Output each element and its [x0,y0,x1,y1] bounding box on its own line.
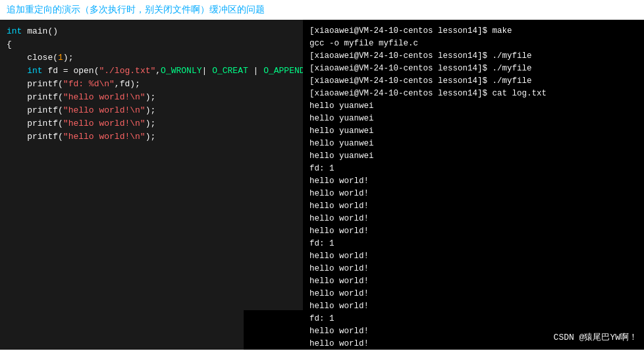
term-line-2: gcc -o myfile myfile.c [309,38,637,50]
term-line-24: fd: 1 [309,313,637,325]
code-panel: int main() { close(1); int fd = open("./… [0,20,303,350]
term-line-15: hello world! [309,200,637,213]
term-line-6: [xiaoawei@VM-24-10-centos lesson14]$ cat… [309,88,637,100]
code-line-6: printf("hello world!\n"); [7,91,296,104]
term-line-16: hello world! [309,213,637,225]
term-line-18: fd: 1 [309,238,637,250]
term-line-23: hello world! [309,300,637,313]
code-line-8: printf("hello world!\n"); [7,117,296,130]
code-line-9: printf("hello world!\n"); [7,130,296,144]
term-line-9: hello yuanwei [309,125,637,138]
code-line-5: printf("fd: %d\n",fd); [7,78,296,91]
term-line-4: [xiaoawei@VM-24-10-centos lesson14]$ ./m… [309,63,637,75]
term-line-21: hello world! [309,275,637,288]
header-title: 追加重定向的演示（多次执行时，别关闭文件啊）缓冲区的问题 [7,5,265,15]
code-line-7: printf("hello world!\n"); [7,104,296,117]
term-line-5: [xiaoawei@VM-24-10-centos lesson14]$ ./m… [309,75,637,88]
term-line-19: hello world! [309,250,637,263]
top-bar: 追加重定向的演示（多次执行时，别关闭文件啊）缓冲区的问题 [0,0,644,20]
term-line-7: hello yuanwei [309,100,637,113]
code-line-1: int main() [7,25,296,38]
terminal-panel: [xiaoawei@VM-24-10-centos lesson14]$ mak… [303,20,644,350]
watermark: CSDN @猿尾巴YW啊！ [554,331,637,343]
code-line-2: { [7,38,296,51]
term-line-20: hello world! [309,263,637,275]
main-content: int main() { close(1); int fd = open("./… [0,20,644,350]
term-line-12: fd: 1 [309,163,637,175]
term-line-10: hello yuanwei [309,138,637,150]
term-line-22: hello world! [309,288,637,300]
term-line-8: hello yuanwei [309,113,637,125]
term-line-3: [xiaoawei@VM-24-10-centos lesson14]$ ./m… [309,50,637,63]
code-line-4: int fd = open("./log.txt",O_WRONLY| O_CR… [7,65,296,78]
term-line-11: hello yuanwei [309,150,637,163]
term-line-14: hello world! [309,188,637,200]
term-line-17: hello world! [309,225,637,238]
term-line-13: hello world! [309,175,637,188]
term-line-1: [xiaoawei@VM-24-10-centos lesson14]$ mak… [309,25,637,38]
black-overlay [244,310,303,350]
code-line-3: close(1); [7,51,296,65]
